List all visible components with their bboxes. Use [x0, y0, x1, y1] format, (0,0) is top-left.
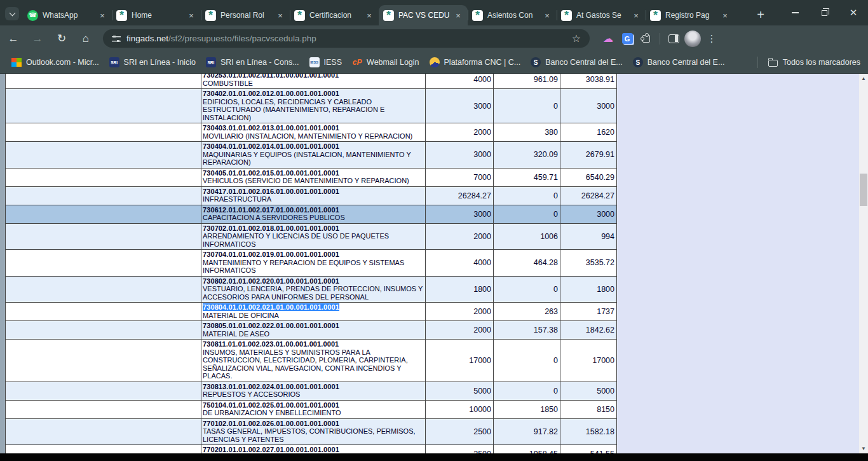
account-description: TASAS GENERAL, IMPUESTOS, CONTRIBUCIONES…: [203, 427, 424, 443]
account-cell[interactable]: 730403.01.01.002.013.01.00.001.001.0001M…: [201, 123, 426, 142]
vertical-scrollbar[interactable]: ▲ ▼: [859, 74, 868, 453]
account-cell[interactable]: 730804.01.01.002.021.01.00.001.001.0001M…: [201, 303, 426, 321]
tab-home[interactable]: Home ×: [112, 5, 201, 25]
table-row[interactable]: 750104.01.01.002.025.01.00.001.001.0001D…: [6, 400, 617, 418]
table-row[interactable]: 730811.01.01.002.023.01.00.001.001.0001I…: [6, 340, 617, 382]
tab-search-button[interactable]: [5, 7, 19, 20]
account-cell[interactable]: 750104.01.01.002.025.01.00.001.001.0001D…: [201, 400, 426, 418]
table-row[interactable]: 730253.01.01.002.011.01.00.001.001.0001C…: [6, 74, 617, 89]
bookmark-sri-en-l-nea-inicio[interactable]: SRI SRI en Línea - Inicio: [104, 55, 201, 70]
side-panel-button[interactable]: [664, 29, 683, 48]
account-cell[interactable]: 730402.01.01.002.012.01.00.001.001.0001E…: [201, 89, 426, 123]
tab-close-icon[interactable]: ×: [97, 10, 107, 20]
home-button[interactable]: ⌂: [75, 28, 97, 50]
table-row[interactable]: 730405.01.01.002.015.01.00.001.001.0001V…: [6, 168, 617, 186]
browser-menu-button[interactable]: ⋮: [702, 29, 721, 48]
table-row[interactable]: 730403.01.01.002.013.01.00.001.001.0001M…: [6, 123, 617, 142]
balance-amount-cell: 3038.91: [560, 74, 617, 89]
tab-at-gastos-se[interactable]: At Gastos Se ×: [557, 5, 646, 25]
translate-button[interactable]: G: [618, 29, 637, 48]
table-row[interactable]: 730402.01.01.002.012.01.00.001.001.0001E…: [6, 89, 617, 123]
tab-close-icon[interactable]: ×: [364, 10, 374, 20]
table-row[interactable]: 730612.01.01.002.017.01.00.001.001.0001C…: [6, 205, 617, 223]
empty-cell: [6, 303, 201, 321]
tab-close-icon[interactable]: ×: [186, 10, 196, 20]
tab-personal-rol[interactable]: Personal Rol ×: [201, 5, 290, 25]
tab-close-icon[interactable]: ×: [542, 10, 552, 20]
table-row[interactable]: 730417.01.01.002.016.01.00.001.001.0001I…: [6, 186, 617, 205]
all-bookmarks[interactable]: Todos los marcadores: [757, 57, 868, 68]
account-cell[interactable]: 730811.01.01.002.023.01.00.001.001.0001I…: [201, 340, 426, 382]
tab-whatsapp[interactable]: WhatsApp ×: [23, 5, 112, 25]
empty-cell: [6, 382, 201, 400]
whatsapp-favicon-icon: [27, 10, 38, 21]
tab-close-icon[interactable]: ×: [631, 10, 641, 20]
bookmark-star-icon[interactable]: ☆: [569, 32, 583, 45]
tab-label: Registro Pag: [665, 11, 720, 20]
tab-certificacion[interactable]: Certificacion ×: [290, 5, 379, 25]
table-row[interactable]: 770201.01.01.002.027.01.00.001.001.0001S…: [6, 445, 617, 454]
table-row[interactable]: 730702.01.01.002.018.01.00.001.001.0001A…: [6, 223, 617, 250]
site-settings-icon[interactable]: [112, 34, 121, 43]
account-cell[interactable]: 730702.01.01.002.018.01.00.001.001.0001A…: [201, 223, 426, 250]
table-row[interactable]: 730404.01.01.002.014.01.00.001.001.0001M…: [6, 142, 617, 169]
address-bar[interactable]: fingads.net/sf2/presupuesto/files/pacvsc…: [103, 29, 590, 48]
scroll-up-arrow[interactable]: ▲: [859, 74, 868, 83]
scroll-down-arrow[interactable]: ▼: [859, 444, 868, 453]
scrollbar-thumb[interactable]: [860, 174, 867, 206]
balance-amount-cell: 3000: [560, 205, 617, 223]
new-tab-button[interactable]: +: [752, 6, 770, 24]
account-cell[interactable]: 730802.01.01.002.020.01.00.001.001.0001V…: [201, 276, 426, 303]
bookmark-banco-central-del-e[interactable]: S Banco Central del E...: [526, 55, 628, 70]
table-row[interactable]: 730802.01.01.002.020.01.00.001.001.0001V…: [6, 276, 617, 303]
executed-amount-cell: 380: [494, 123, 560, 142]
bookmark-webmail-login[interactable]: cP Webmail Login: [347, 55, 424, 70]
back-button[interactable]: ←: [3, 28, 24, 50]
account-cell[interactable]: 730813.01.01.002.024.01.00.001.001.0001R…: [201, 382, 426, 400]
tab-close-icon[interactable]: ×: [720, 10, 730, 20]
empty-cell: [6, 74, 201, 89]
account-code: 730253.01.01.002.011.01.00.001.001.0001: [203, 74, 424, 79]
restore-button[interactable]: [810, 0, 839, 25]
account-cell[interactable]: 730404.01.01.002.014.01.00.001.001.0001M…: [201, 142, 426, 169]
account-cell[interactable]: 770201.01.01.002.027.01.00.001.001.0001S…: [201, 445, 426, 454]
table-row[interactable]: 730704.01.01.002.019.01.00.001.001.0001M…: [6, 250, 617, 277]
extension-cloud-button[interactable]: ☁: [599, 29, 618, 48]
bookmark-banco-central-del-e[interactable]: S Banco Central del E...: [628, 55, 730, 70]
forward-arrow-icon: →: [32, 32, 43, 45]
tab-close-icon[interactable]: ×: [453, 10, 463, 20]
profile-button[interactable]: [683, 29, 702, 48]
bookmark-iess[interactable]: IESS IESS: [304, 55, 348, 70]
balance-amount-cell: 1620: [560, 123, 617, 142]
table-row[interactable]: 730804.01.01.002.021.01.00.001.001.0001M…: [6, 303, 617, 321]
reload-button[interactable]: ↻: [51, 28, 72, 50]
account-code: 730802.01.01.002.020.01.00.001.001.0001: [203, 277, 424, 286]
account-cell[interactable]: 730405.01.01.002.015.01.00.001.001.0001V…: [201, 168, 426, 186]
account-cell[interactable]: 730253.01.01.002.011.01.00.001.001.0001C…: [201, 74, 426, 89]
bookmarks-bar: Outlook.com - Micr... SRI SRI en Línea -…: [0, 52, 868, 74]
bookmark-label: Banco Central del E...: [545, 58, 623, 67]
bookmark-plataforma-cnc-c[interactable]: Plataforma CNC | C...: [424, 55, 526, 70]
close-window-button[interactable]: ✕: [839, 0, 868, 25]
table-row[interactable]: 730805.01.01.002.022.01.00.001.001.0001M…: [6, 321, 617, 340]
extensions-button[interactable]: [637, 29, 656, 48]
minimize-button[interactable]: [780, 0, 810, 25]
account-cell[interactable]: 730417.01.01.002.016.01.00.001.001.0001I…: [201, 186, 426, 205]
bookmark-outlook-com-micr[interactable]: Outlook.com - Micr...: [6, 55, 104, 70]
forward-button[interactable]: →: [27, 28, 48, 50]
assigned-amount-cell: 2500: [426, 418, 494, 445]
tab-pac-vs-cedu[interactable]: PAC VS CEDU ×: [379, 5, 468, 25]
account-cell[interactable]: 730704.01.01.002.019.01.00.001.001.0001M…: [201, 250, 426, 277]
table-row[interactable]: 770102.01.01.002.026.01.00.001.001.0001T…: [6, 418, 617, 445]
assigned-amount-cell: 3000: [426, 89, 494, 123]
account-cell[interactable]: 730612.01.01.002.017.01.00.001.001.0001C…: [201, 205, 426, 223]
bookmark-sri-en-l-nea-cons[interactable]: SRI SRI en Línea - Cons...: [201, 55, 304, 70]
tab-asientos-con[interactable]: Asientos Con ×: [468, 5, 557, 25]
account-code: 770201.01.01.002.027.01.00.001.001.0001: [203, 446, 424, 453]
tab-registro-pag[interactable]: Registro Pag ×: [646, 5, 735, 25]
empty-cell: [6, 340, 201, 382]
tab-close-icon[interactable]: ×: [275, 10, 285, 20]
account-cell[interactable]: 730805.01.01.002.022.01.00.001.001.0001M…: [201, 321, 426, 340]
account-cell[interactable]: 770102.01.01.002.026.01.00.001.001.0001T…: [201, 418, 426, 445]
table-row[interactable]: 730813.01.01.002.024.01.00.001.001.0001R…: [6, 382, 617, 400]
